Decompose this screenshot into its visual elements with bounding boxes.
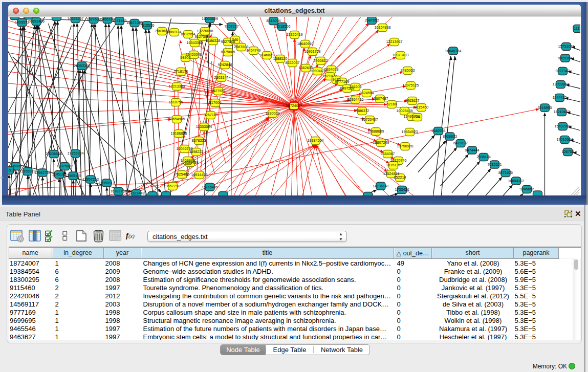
- svg-text:3267110: 3267110: [204, 113, 217, 117]
- svg-text:15692971: 15692971: [555, 124, 571, 128]
- svg-text:12213389: 12213389: [169, 84, 185, 89]
- svg-text:2803144: 2803144: [214, 75, 229, 80]
- svg-text:12213967: 12213967: [386, 39, 403, 44]
- svg-text:126753: 126753: [562, 149, 574, 154]
- svg-text:8186328: 8186328: [206, 38, 221, 43]
- svg-text:8678335: 8678335: [192, 138, 206, 143]
- svg-text:7515526: 7515526: [140, 23, 155, 28]
- svg-text:12505155: 12505155: [65, 173, 81, 178]
- svg-text:19384554: 19384554: [308, 138, 324, 143]
- svg-text:1610755: 1610755: [169, 100, 183, 104]
- svg-text:18724007: 18724007: [286, 103, 302, 108]
- svg-text:8522037: 8522037: [286, 60, 300, 65]
- svg-text:9115460: 9115460: [415, 105, 428, 110]
- svg-text:14136141: 14136141: [373, 184, 389, 188]
- svg-text:16782759: 16782759: [111, 189, 127, 193]
- svg-text:20206536: 20206536: [46, 151, 62, 156]
- svg-text:817006: 817006: [209, 100, 222, 105]
- svg-text:19756928: 19756928: [397, 144, 413, 148]
- svg-text:16648784: 16648784: [445, 49, 462, 53]
- svg-text:3624554: 3624554: [360, 91, 374, 95]
- svg-text:20691406: 20691406: [28, 19, 45, 24]
- svg-text:7357227: 7357227: [225, 24, 239, 29]
- svg-text:16961758: 16961758: [304, 49, 321, 54]
- svg-text:1830029: 1830029: [266, 111, 280, 116]
- svg-text:1640954: 1640954: [431, 128, 446, 133]
- svg-text:15751074: 15751074: [558, 44, 575, 49]
- svg-text:10607487: 10607487: [372, 96, 388, 101]
- svg-text:12093843: 12093843: [553, 82, 569, 86]
- svg-text:17359924: 17359924: [68, 151, 84, 156]
- svg-text:546: 546: [232, 37, 238, 42]
- svg-text:9384067: 9384067: [381, 151, 395, 156]
- svg-text:13325419: 13325419: [287, 32, 303, 37]
- svg-text:10973493: 10973493: [393, 53, 409, 57]
- svg-text:9660124: 9660124: [167, 30, 182, 34]
- svg-text:2935114: 2935114: [476, 155, 490, 159]
- svg-text:19166825: 19166825: [171, 131, 187, 136]
- svg-text:18807249: 18807249: [373, 140, 389, 145]
- svg-text:19958117: 19958117: [99, 181, 115, 185]
- svg-text:10975887: 10975887: [57, 164, 73, 168]
- svg-text:3498222: 3498222: [189, 149, 204, 154]
- svg-text:8912954: 8912954: [181, 32, 195, 36]
- svg-text:8813054: 8813054: [267, 18, 281, 23]
- svg-text:19654985: 19654985: [169, 117, 185, 121]
- svg-text:604: 604: [415, 115, 421, 119]
- svg-text:9777169: 9777169: [335, 79, 350, 84]
- svg-text:2087652: 2087652: [365, 18, 379, 23]
- svg-text:7632621: 7632621: [488, 162, 502, 167]
- svg-text:252214: 252214: [394, 175, 406, 180]
- svg-text:3215955: 3215955: [538, 105, 552, 110]
- svg-text:746206: 746206: [350, 84, 362, 89]
- svg-text:8938923: 8938923: [443, 134, 457, 139]
- svg-text:16543382: 16543382: [187, 40, 203, 45]
- svg-text:2718176: 2718176: [174, 69, 188, 74]
- svg-text:8375685: 8375685: [221, 50, 235, 54]
- svg-text:9227342: 9227342: [556, 69, 570, 73]
- svg-text:20364436: 20364436: [347, 97, 364, 102]
- svg-text:8990443: 8990443: [311, 69, 325, 73]
- svg-text:1117: 1117: [574, 26, 580, 31]
- svg-text:(x): (x): [128, 233, 135, 239]
- svg-text:15716485: 15716485: [202, 185, 218, 189]
- svg-text:391513: 391513: [8, 168, 15, 172]
- svg-text:1145194: 1145194: [52, 172, 66, 177]
- svg-text:17010504: 17010504: [557, 137, 573, 142]
- svg-text:1527602: 1527602: [86, 17, 101, 21]
- svg-text:10025438: 10025438: [397, 108, 413, 113]
- svg-text:1244415: 1244415: [553, 95, 567, 100]
- svg-text:1071915: 1071915: [113, 18, 127, 23]
- svg-text:20053346: 20053346: [74, 63, 90, 68]
- svg-text:18640910: 18640910: [297, 41, 314, 46]
- svg-text:1405572: 1405572: [15, 20, 29, 25]
- svg-text:9242848: 9242848: [218, 62, 232, 67]
- svg-text:7625402: 7625402: [175, 172, 189, 177]
- svg-text:7955812: 7955812: [314, 58, 328, 63]
- svg-text:16210643: 16210643: [554, 110, 570, 114]
- svg-text:12323448: 12323448: [128, 191, 145, 195]
- svg-text:6924028: 6924028: [324, 67, 339, 72]
- svg-text:11156829: 11156829: [20, 169, 36, 173]
- svg-text:19654923: 19654923: [402, 129, 418, 134]
- svg-text:8454749: 8454749: [247, 48, 261, 53]
- svg-text:12975125: 12975125: [403, 83, 419, 87]
- svg-text:13226058: 13226058: [197, 29, 213, 33]
- svg-text:1733426: 1733426: [395, 187, 409, 192]
- svg-text:9245652: 9245652: [520, 187, 534, 191]
- svg-text:7386372: 7386372: [355, 108, 369, 113]
- svg-text:12942737: 12942737: [34, 170, 51, 175]
- svg-text:16914479: 16914479: [191, 172, 208, 177]
- svg-text:16720407: 16720407: [362, 117, 378, 122]
- svg-text:9657791: 9657791: [166, 184, 180, 188]
- svg-text:16033809: 16033809: [202, 17, 218, 21]
- svg-text:16154838: 16154838: [375, 25, 391, 30]
- svg-text:9146821: 9146821: [260, 53, 274, 57]
- svg-text:10653267: 10653267: [68, 17, 84, 21]
- svg-text:1615132: 1615132: [386, 163, 401, 167]
- svg-text:19218506: 19218506: [274, 24, 291, 29]
- svg-text:10654112: 10654112: [508, 179, 524, 183]
- svg-text:16120746: 16120746: [390, 158, 407, 163]
- svg-text:9463627: 9463627: [405, 98, 420, 103]
- svg-text:9474444: 9474444: [465, 148, 480, 152]
